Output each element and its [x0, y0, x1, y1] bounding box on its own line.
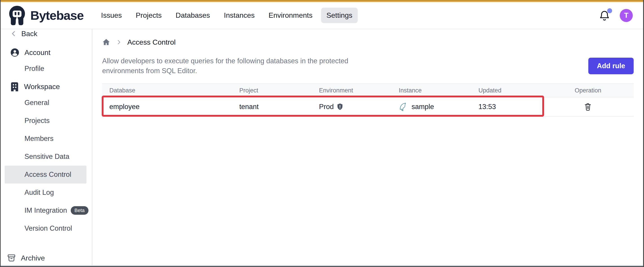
sidebar-section-workspace: Workspace: [1, 79, 92, 94]
account-icon: [10, 48, 20, 57]
nav-settings[interactable]: Settings: [321, 8, 358, 23]
trash-icon[interactable]: [584, 103, 592, 111]
user-avatar[interactable]: T: [620, 9, 633, 22]
navbar-right: T: [599, 9, 633, 22]
content-header: Allow developers to execute queries for …: [102, 56, 634, 76]
brand-name: Bytebase: [30, 8, 84, 23]
section-workspace-label: Workspace: [24, 83, 60, 91]
archive-icon: [7, 254, 16, 263]
im-integration-label: IM Integration: [24, 206, 67, 215]
shield-exclamation-icon: [336, 103, 343, 110]
home-icon[interactable]: [102, 38, 110, 46]
beta-badge: Beta: [71, 206, 88, 215]
col-instance: Instance: [399, 84, 478, 97]
sidebar-item-im-integration[interactable]: IM Integration Beta: [1, 202, 92, 220]
sidebar-item-general[interactable]: General: [1, 94, 92, 112]
main-nav: Issues Projects Databases Instances Envi…: [96, 8, 358, 23]
app-body: Back Account Profile Wor: [1, 29, 643, 266]
chevron-right-icon: [116, 39, 122, 45]
window-bottom-edge: [1, 265, 643, 266]
sidebar-item-audit-log[interactable]: Audit Log: [1, 184, 92, 202]
notification-bell-button[interactable]: [599, 10, 610, 21]
sidebar-item-profile[interactable]: Profile: [1, 60, 92, 78]
breadcrumb: Access Control: [102, 37, 634, 47]
chevron-left-icon: [10, 30, 17, 37]
cell-environment: Prod: [319, 97, 399, 116]
instance-name: sample: [412, 103, 434, 111]
sidebar-item-version-control[interactable]: Version Control: [1, 220, 92, 237]
sidebar-item-members[interactable]: Members: [1, 130, 92, 148]
page-description: Allow developers to execute queries for …: [102, 56, 374, 76]
workspace-icon: [10, 82, 19, 91]
col-database: Database: [102, 84, 239, 97]
nav-environments[interactable]: Environments: [263, 8, 318, 23]
settings-sidebar: Back Account Profile Wor: [1, 29, 92, 266]
sidebar-item-access-control[interactable]: Access Control: [5, 166, 86, 184]
back-button[interactable]: Back: [1, 29, 92, 40]
table-row[interactable]: employee tenant Prod: [102, 97, 634, 116]
page-title: Access Control: [127, 38, 176, 46]
access-rules-table: Database Project Environment Instance Up…: [102, 83, 634, 117]
mysql-dolphin-icon: [399, 102, 409, 111]
cell-instance: sample: [399, 97, 478, 116]
bytebase-logo[interactable]: Bytebase: [8, 5, 84, 25]
environment-name: Prod: [319, 103, 334, 111]
cell-operation: [542, 97, 634, 116]
archive-label: Archive: [21, 254, 45, 262]
access-rules-table-wrap: Database Project Environment Instance Up…: [102, 83, 634, 117]
cell-project: tenant: [239, 97, 319, 116]
nav-instances[interactable]: Instances: [218, 8, 260, 23]
main-content: Access Control Allow developers to execu…: [92, 29, 643, 266]
add-rule-button[interactable]: Add rule: [588, 58, 634, 74]
avatar-initial: T: [624, 11, 628, 19]
sidebar-section-account: Account: [1, 45, 92, 60]
archive-button[interactable]: Archive: [7, 254, 45, 263]
col-project: Project: [239, 84, 319, 97]
app-window: Bytebase Issues Projects Databases Insta…: [0, 0, 644, 267]
cell-database: employee: [102, 97, 239, 116]
nav-issues[interactable]: Issues: [96, 8, 127, 23]
table-header-row: Database Project Environment Instance Up…: [102, 84, 634, 97]
col-operation: Operation: [542, 84, 634, 97]
nav-databases[interactable]: Databases: [170, 8, 215, 23]
sidebar-item-sensitive-data[interactable]: Sensitive Data: [1, 148, 92, 166]
sidebar-item-projects[interactable]: Projects: [1, 112, 92, 130]
col-environment: Environment: [319, 84, 399, 97]
cell-updated: 13:53: [478, 97, 542, 116]
notification-dot: [607, 8, 612, 13]
window-top-accent: [1, 0, 643, 2]
col-updated: Updated: [478, 84, 542, 97]
back-label: Back: [21, 30, 37, 38]
top-navbar: Bytebase Issues Projects Databases Insta…: [1, 2, 643, 29]
section-account-label: Account: [24, 48, 50, 57]
nav-projects[interactable]: Projects: [130, 8, 167, 23]
bytebase-logo-icon: [8, 5, 26, 25]
